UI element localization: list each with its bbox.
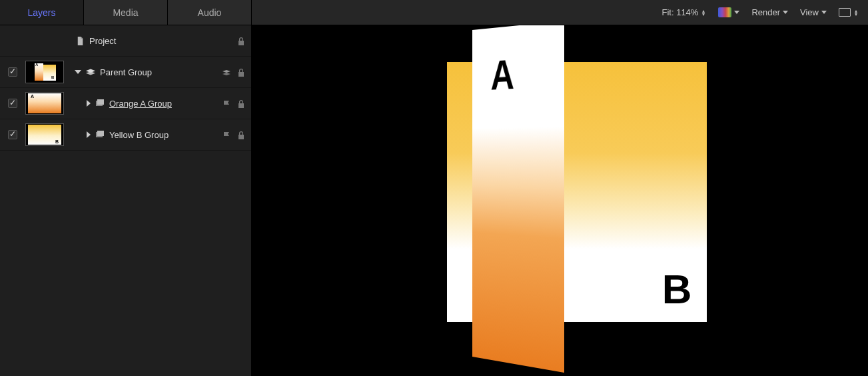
canvas-toolbar: Fit: 114% ▴▾ Render View ▴▾ (252, 0, 868, 25)
letter-b-label: B (662, 265, 692, 313)
render-label: Render (751, 7, 780, 17)
group-2d-icon (95, 130, 105, 139)
render-menu[interactable]: Render (751, 7, 788, 17)
layer-row-yellow-b-group[interactable]: B Yellow B Group (0, 119, 251, 151)
layer-thumbnail: AB (25, 61, 64, 83)
lock-icon[interactable] (236, 37, 246, 45)
zoom-fit-stepper[interactable]: Fit: 114% ▴▾ (661, 7, 706, 17)
letter-a-label: A (490, 49, 514, 99)
project-icon (75, 36, 85, 45)
canvas-orange-a-card[interactable]: A (472, 25, 564, 373)
layer-row-orange-a-group[interactable]: A Orange A Group (0, 88, 251, 119)
tab-media[interactable]: Media (84, 0, 168, 25)
flag-icon[interactable] (222, 131, 231, 139)
layer-label: Orange A Group (109, 99, 172, 109)
svg-rect-1 (97, 99, 104, 105)
tab-label: Layers (27, 7, 55, 18)
disclosure-triangle-icon[interactable] (75, 70, 81, 74)
tab-layers[interactable]: Layers (0, 0, 84, 25)
layers-panel: Layers Media Audio Project (0, 0, 252, 376)
canvas-scene: B A (360, 25, 760, 357)
chevron-down-icon (821, 11, 827, 14)
stepper-chevrons-icon: ▴▾ (701, 9, 706, 16)
layer-row-parent-group[interactable]: AB Parent Group (0, 57, 251, 88)
layer-label: Project (89, 36, 116, 46)
chevron-down-icon (734, 11, 739, 14)
view-layout-menu[interactable]: ▴▾ (839, 8, 859, 17)
layer-label: Parent Group (100, 67, 152, 77)
panel-tabs: Layers Media Audio (0, 0, 251, 25)
flag-icon[interactable] (222, 99, 231, 108)
svg-rect-3 (97, 131, 104, 136)
zoom-label: Fit: 114% (661, 7, 698, 17)
lock-icon[interactable] (236, 99, 246, 108)
tab-label: Media (113, 7, 138, 18)
layer-rows: Project AB Parent Group (0, 25, 251, 376)
visibility-checkbox[interactable] (8, 130, 17, 139)
layer-thumbnail: B (25, 123, 64, 146)
tab-label: Audio (198, 7, 222, 18)
stepper-chevrons-icon: ▴▾ (853, 9, 859, 16)
canvas-viewport[interactable]: B A (252, 25, 868, 376)
disclosure-triangle-icon[interactable] (87, 100, 91, 107)
group-2d-icon (95, 99, 105, 108)
lock-icon[interactable] (236, 131, 246, 139)
name-cell: Yellow B Group (68, 130, 222, 140)
chevron-down-icon (783, 11, 788, 14)
visibility-checkbox[interactable] (8, 67, 17, 77)
view-layout-icon (839, 8, 851, 17)
layer-label: Yellow B Group (109, 130, 169, 140)
color-channel-menu[interactable] (718, 7, 739, 17)
color-swatch-icon (718, 7, 731, 17)
disclosure-triangle-icon[interactable] (87, 131, 91, 138)
lock-icon[interactable] (236, 68, 246, 77)
view-label: View (800, 7, 819, 17)
view-menu[interactable]: View (800, 7, 827, 17)
group-3d-icon (85, 67, 96, 77)
name-cell: Project (68, 36, 236, 46)
name-cell: Parent Group (68, 67, 222, 77)
stack-icon[interactable] (222, 68, 231, 77)
visibility-checkbox[interactable] (8, 99, 17, 108)
layer-thumbnail: A (25, 92, 64, 115)
viewer-area: Fit: 114% ▴▾ Render View ▴▾ B A (252, 0, 868, 376)
layer-row-project[interactable]: Project (0, 25, 251, 57)
name-cell: Orange A Group (68, 99, 222, 109)
tab-audio[interactable]: Audio (168, 0, 251, 25)
